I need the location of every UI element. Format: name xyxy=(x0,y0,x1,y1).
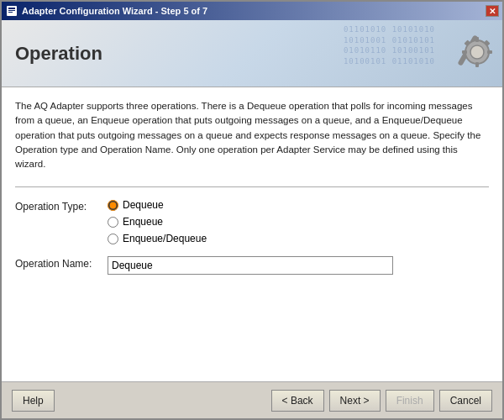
footer: Help < Back Next > Finish Cancel xyxy=(2,381,502,418)
radio-enqueue[interactable]: Enqueue xyxy=(108,216,207,228)
page-title: Operation xyxy=(15,43,102,65)
svg-rect-8 xyxy=(475,62,479,67)
svg-rect-10 xyxy=(487,50,492,54)
svg-rect-9 xyxy=(462,50,467,54)
bg-decoration: 01101010 10101010 10101001 01010101 0101… xyxy=(344,24,435,66)
svg-rect-1 xyxy=(8,8,15,9)
operation-name-input[interactable] xyxy=(108,256,393,275)
operation-type-row: Operation Type: Dequeue Enqueue Enqueue/… xyxy=(15,199,489,244)
back-button[interactable]: < Back xyxy=(271,390,324,412)
content-area: The AQ Adapter supports three operations… xyxy=(2,87,502,381)
help-button[interactable]: Help xyxy=(12,390,55,412)
radio-enqueue-label: Enqueue xyxy=(123,216,163,228)
next-button[interactable]: Next > xyxy=(329,390,381,412)
radio-dequeue-input[interactable] xyxy=(108,200,118,211)
footer-right: < Back Next > Finish Cancel xyxy=(271,390,492,412)
description-text: The AQ Adapter supports three operations… xyxy=(15,99,489,171)
header-banner: Operation 01101010 10101010 10101001 010… xyxy=(2,20,502,87)
operation-name-row: Operation Name: xyxy=(15,256,489,275)
operation-type-label: Operation Type: xyxy=(15,199,108,213)
radio-enqueue-dequeue-label: Enqueue/Dequeue xyxy=(123,233,207,244)
divider xyxy=(15,186,489,187)
cancel-button[interactable]: Cancel xyxy=(439,390,492,412)
gear-icon xyxy=(442,27,496,81)
radio-dequeue-label: Dequeue xyxy=(123,199,164,211)
radio-enqueue-dequeue-input[interactable] xyxy=(108,234,118,244)
radio-enqueue-input[interactable] xyxy=(108,217,118,228)
radio-dequeue[interactable]: Dequeue xyxy=(108,199,207,211)
app-icon xyxy=(5,4,18,18)
svg-rect-3 xyxy=(8,12,13,13)
svg-point-6 xyxy=(470,45,484,59)
operation-name-label: Operation Name: xyxy=(15,256,108,270)
footer-left: Help xyxy=(12,390,55,412)
close-button[interactable]: ✕ xyxy=(486,5,499,17)
finish-button[interactable]: Finish xyxy=(386,390,434,412)
window-title: Adapter Configuration Wizard - Step 5 of… xyxy=(22,6,207,16)
title-bar-left: Adapter Configuration Wizard - Step 5 of… xyxy=(5,4,207,18)
svg-rect-2 xyxy=(8,10,15,11)
radio-enqueue-dequeue[interactable]: Enqueue/Dequeue xyxy=(108,233,207,244)
svg-rect-7 xyxy=(475,37,479,42)
wizard-window: Adapter Configuration Wizard - Step 5 of… xyxy=(0,0,504,420)
radio-group: Dequeue Enqueue Enqueue/Dequeue xyxy=(108,199,207,244)
title-bar: Adapter Configuration Wizard - Step 5 of… xyxy=(2,2,502,20)
